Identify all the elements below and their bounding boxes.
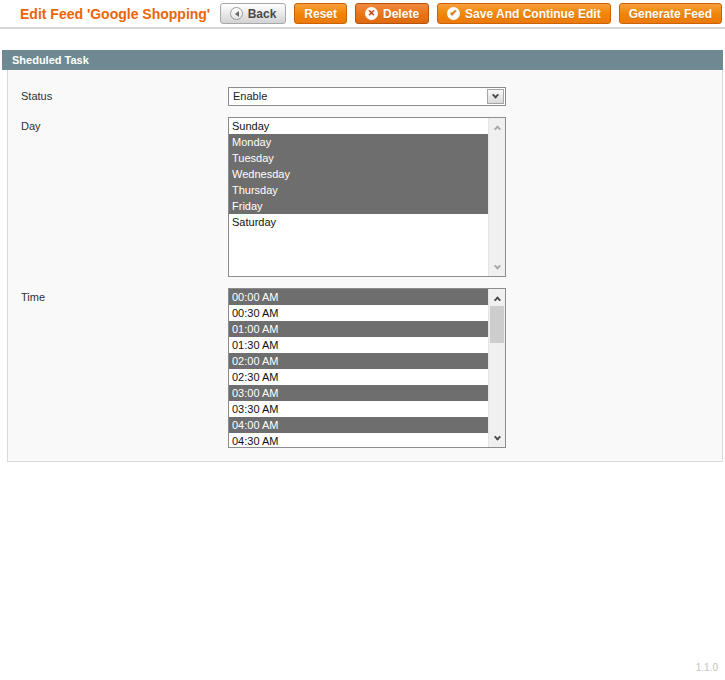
toolbar: Back Reset ✕ Delete ✔ Save And Continue … [220, 3, 722, 24]
time-scrollbar-thumb[interactable] [490, 306, 504, 343]
status-label: Status [21, 87, 228, 106]
status-select[interactable]: Enable [228, 87, 506, 106]
status-selected-value: Enable [233, 90, 267, 102]
time-option[interactable]: 00:00 AM [229, 289, 488, 305]
chevron-down-icon [492, 92, 499, 99]
day-option[interactable]: Tuesday [229, 150, 488, 166]
time-row: Time 00:00 AM 00:30 AM 01:00 AM 01:30 AM… [21, 288, 722, 448]
version-label: 1.1.0 [696, 662, 718, 673]
time-multiselect[interactable]: 00:00 AM 00:30 AM 01:00 AM 01:30 AM 02:0… [228, 288, 506, 448]
x-circle-icon: ✕ [365, 7, 378, 20]
time-option[interactable]: 02:30 AM [229, 369, 488, 385]
time-option[interactable]: 01:30 AM [229, 337, 488, 353]
generate-feed-button[interactable]: Generate Feed [619, 3, 722, 24]
time-label: Time [21, 288, 228, 448]
day-option[interactable]: Sunday [229, 118, 488, 134]
day-option[interactable]: Wednesday [229, 166, 488, 182]
time-scrollbar[interactable] [488, 289, 505, 447]
day-option[interactable]: Friday [229, 198, 488, 214]
chevron-down-icon [493, 262, 500, 269]
back-button[interactable]: Back [220, 3, 287, 24]
back-arrow-icon [230, 7, 243, 20]
time-option[interactable]: 04:30 AM [229, 433, 488, 448]
status-select-arrow-button[interactable] [487, 89, 504, 104]
time-scrollbar-up-button[interactable] [489, 290, 505, 306]
day-row: Day Sunday Monday Tuesday Wednesday Thur… [21, 117, 722, 277]
reset-button[interactable]: Reset [294, 3, 347, 24]
generate-feed-label: Generate Feed [629, 7, 712, 21]
day-option[interactable]: Thursday [229, 182, 488, 198]
save-and-continue-label: Save And Continue Edit [465, 7, 601, 21]
day-option[interactable]: Monday [229, 134, 488, 150]
reset-button-label: Reset [304, 7, 337, 21]
day-scrollbar-down-button[interactable] [489, 259, 505, 275]
time-option[interactable]: 04:00 AM [229, 417, 488, 433]
scheduled-task-panel: Status Enable Day Sunday Monday T [7, 70, 723, 462]
day-option[interactable]: Saturday [229, 214, 488, 230]
save-and-continue-button[interactable]: ✔ Save And Continue Edit [437, 3, 611, 24]
status-row: Status Enable [21, 87, 722, 106]
edit-feed-page: Edit Feed 'Google Shopping' Back Reset ✕… [0, 0, 725, 680]
time-option[interactable]: 03:30 AM [229, 401, 488, 417]
time-scrollbar-down-button[interactable] [489, 430, 505, 446]
day-scrollbar[interactable] [488, 118, 505, 276]
delete-button-label: Delete [383, 7, 419, 21]
chevron-down-icon [493, 433, 500, 440]
day-multiselect[interactable]: Sunday Monday Tuesday Wednesday Thursday… [228, 117, 506, 277]
back-button-label: Back [248, 7, 277, 21]
page-title: Edit Feed 'Google Shopping' [20, 6, 210, 22]
time-options: 00:00 AM 00:30 AM 01:00 AM 01:30 AM 02:0… [229, 289, 488, 448]
time-option[interactable]: 03:00 AM [229, 385, 488, 401]
chevron-up-icon [493, 296, 500, 303]
chevron-up-icon [493, 125, 500, 132]
delete-button[interactable]: ✕ Delete [355, 3, 429, 24]
day-scrollbar-up-button[interactable] [489, 119, 505, 135]
time-option[interactable]: 01:00 AM [229, 321, 488, 337]
check-circle-icon: ✔ [447, 7, 460, 20]
time-option[interactable]: 00:30 AM [229, 305, 488, 321]
day-options: Sunday Monday Tuesday Wednesday Thursday… [229, 118, 488, 230]
page-header: Edit Feed 'Google Shopping' Back Reset ✕… [0, 0, 725, 29]
day-label: Day [21, 117, 228, 277]
time-option[interactable]: 02:00 AM [229, 353, 488, 369]
section-header: Sheduled Task [2, 50, 723, 70]
